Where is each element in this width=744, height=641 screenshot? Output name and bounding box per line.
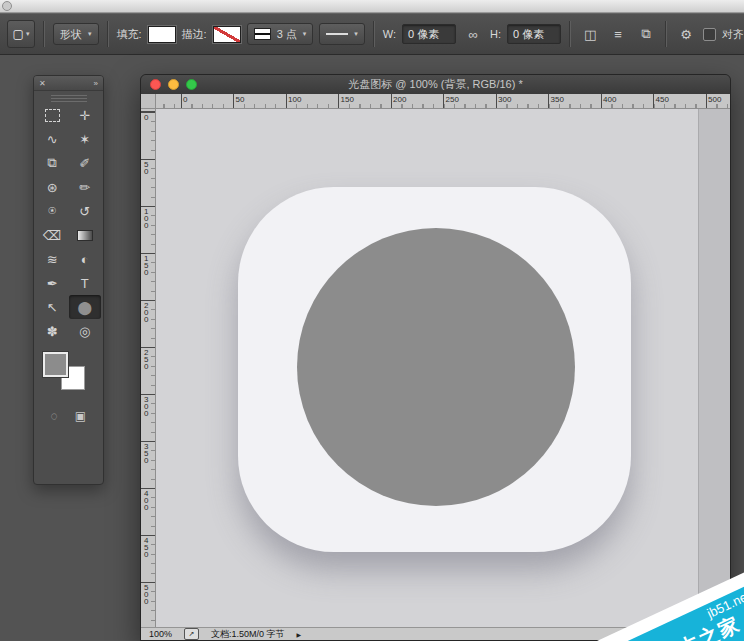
tool-move[interactable]: ✛	[69, 103, 102, 127]
tool-type[interactable]: T	[69, 271, 102, 295]
rectangular-marquee-icon	[45, 109, 60, 122]
tool-mode-value: 形状	[60, 27, 82, 42]
tool-ellipse[interactable]: ⬤	[69, 295, 102, 319]
traffic-lights	[150, 79, 197, 90]
tool-path-selection[interactable]: ↖	[36, 295, 69, 319]
v-ruler-number: 350	[144, 443, 151, 464]
h-ruler-number: 350	[551, 95, 564, 104]
tool-clone-stamp[interactable]: ⍟	[36, 199, 69, 223]
tool-blur[interactable]: ≋	[36, 247, 69, 271]
gear-icon[interactable]: ⚙	[675, 23, 697, 45]
tool-hand[interactable]: ✽	[36, 319, 69, 343]
status-expand-icon[interactable]: ▶	[297, 631, 302, 638]
h-ruler-number: 500	[708, 95, 721, 104]
tools-panel: ✕ » ✛∿✶⧉✐⊛✏⍟↺⌫≋◐✒T↖⬤✽◎ ◌ ▣	[33, 75, 104, 485]
tool-rectangular-marquee[interactable]	[36, 103, 69, 127]
export-icon[interactable]: ↗	[184, 628, 199, 640]
eraser-icon: ⌫	[43, 228, 61, 243]
canvas-viewport[interactable]	[156, 109, 730, 627]
minimize-window-button[interactable]	[168, 79, 179, 90]
dodge-icon: ◐	[81, 252, 89, 267]
width-label: W:	[383, 28, 396, 40]
document-info[interactable]: 文档:1.50M/0 字节	[211, 628, 285, 641]
line-style-icon	[326, 33, 348, 35]
link-dimensions-icon[interactable]: ∞	[462, 23, 484, 45]
tool-zoom[interactable]: ◎	[69, 319, 102, 343]
lasso-icon: ∿	[47, 132, 58, 147]
path-alignment-icon[interactable]: ≡	[607, 23, 629, 45]
close-icon[interactable]: ✕	[39, 79, 46, 88]
artwork-disc-circle	[297, 228, 575, 506]
tool-mode-dropdown[interactable]: 形状 ▾	[53, 23, 99, 45]
tools-panel-header: ✕ »	[34, 76, 103, 91]
separator	[665, 21, 667, 47]
width-field[interactable]: 0 像素	[402, 24, 456, 44]
tool-history-brush[interactable]: ↺	[69, 199, 102, 223]
menu-bar-strip	[0, 0, 744, 13]
stroke-label: 描边:	[182, 27, 207, 42]
document-titlebar[interactable]: 光盘图标 @ 100% (背景, RGB/16) *	[141, 75, 730, 95]
quick-mask-icon[interactable]: ◌	[51, 409, 58, 423]
artwork-rounded-square	[238, 187, 631, 552]
tool-eyedropper[interactable]: ✐	[69, 151, 102, 175]
h-ruler-number: 250	[446, 95, 459, 104]
tool-dodge[interactable]: ◐	[69, 247, 102, 271]
tool-gradient[interactable]	[69, 223, 102, 247]
horizontal-ruler: 050100150200250300350400450500	[156, 94, 730, 109]
zoom-level-field[interactable]: 100%	[149, 629, 172, 639]
chevron-down-icon: ▾	[88, 30, 92, 38]
screen-mode-icon[interactable]: ▣	[75, 409, 86, 423]
v-ruler-number: 150	[144, 255, 151, 276]
stroke-width-dropdown[interactable]: 3 点 ▾	[247, 23, 314, 45]
tool-crop[interactable]: ⧉	[36, 151, 69, 175]
history-brush-icon: ↺	[79, 204, 90, 219]
h-ruler-number: 150	[341, 95, 354, 104]
tool-healing-brush[interactable]: ⊛	[36, 175, 69, 199]
h-ruler-number: 450	[656, 95, 669, 104]
chevron-down-icon: ▾	[26, 30, 30, 38]
h-ruler-number: 0	[183, 95, 187, 104]
brush-icon: ✏	[79, 180, 90, 195]
h-ruler-number: 200	[393, 95, 406, 104]
height-value: 0 像素	[513, 27, 544, 42]
panel-grip[interactable]	[51, 95, 87, 102]
ruler-corner	[141, 94, 156, 109]
separator	[107, 21, 109, 47]
hand-icon: ✽	[47, 324, 58, 339]
tool-eraser[interactable]: ⌫	[36, 223, 69, 247]
align-edges-checkbox[interactable]	[703, 28, 716, 41]
pen-icon: ✒	[47, 276, 58, 291]
separator	[43, 21, 45, 47]
move-icon: ✛	[79, 108, 90, 123]
magic-wand-icon: ✶	[79, 132, 90, 147]
eyedropper-icon: ✐	[79, 156, 90, 171]
tool-pen[interactable]: ✒	[36, 271, 69, 295]
zoom-icon: ◎	[79, 324, 90, 339]
current-tool-preset-button[interactable]: ▢ ▾	[7, 20, 35, 48]
v-ruler-number: 300	[144, 396, 151, 417]
v-ruler-number: 400	[144, 490, 151, 511]
path-selection-icon: ↖	[47, 300, 58, 315]
fill-swatch[interactable]	[148, 26, 176, 43]
stroke-type-dropdown[interactable]: ▾	[319, 23, 365, 45]
foreground-color-swatch[interactable]	[43, 352, 68, 377]
zoom-window-button[interactable]	[186, 79, 197, 90]
collapse-panel-icon[interactable]: »	[94, 79, 98, 88]
window-control-dot	[2, 1, 12, 11]
crop-icon: ⧉	[48, 155, 57, 171]
close-window-button[interactable]	[150, 79, 161, 90]
path-operations-icon[interactable]: ◫	[579, 23, 601, 45]
tool-brush[interactable]: ✏	[69, 175, 102, 199]
stroke-swatch[interactable]	[213, 26, 241, 43]
height-label: H:	[490, 28, 501, 40]
tool-magic-wand[interactable]: ✶	[69, 127, 102, 151]
path-arrangement-icon[interactable]: ⧉	[635, 23, 657, 45]
clone-stamp-icon: ⍟	[48, 203, 56, 219]
v-ruler-number: 500	[144, 584, 151, 605]
height-field[interactable]: 0 像素	[507, 24, 561, 44]
tool-lasso[interactable]: ∿	[36, 127, 69, 151]
healing-brush-icon: ⊛	[47, 180, 58, 195]
ellipse-icon: ⬤	[77, 300, 92, 315]
pasteboard	[698, 109, 730, 627]
photoshop-app: ▢ ▾ 形状 ▾ 填充: 描边: 3 点 ▾ ▾ W: 0 像素 ∞ H: 0 …	[0, 0, 744, 641]
